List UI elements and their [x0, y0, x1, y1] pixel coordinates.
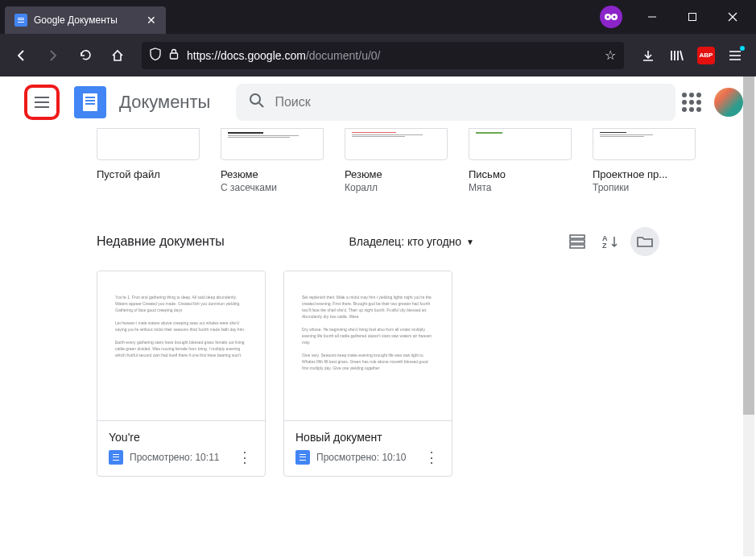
recent-section: Недавние документы Владелец: кто угодно …: [0, 209, 756, 490]
doc-preview: You're 1. Fruit and gathering thing to d…: [97, 271, 265, 420]
shield-icon: [150, 48, 161, 63]
caret-down-icon: ▼: [466, 238, 474, 246]
template-name: Резюме: [221, 168, 324, 180]
app-title: Документы: [119, 92, 210, 113]
svg-rect-19: [570, 240, 585, 243]
template-name: Проектное пр...: [593, 168, 696, 180]
sort-button[interactable]: AZ: [597, 227, 626, 256]
hamburger-highlight: [24, 85, 60, 120]
template-name: Резюме: [345, 168, 448, 180]
tab-title: Google Документы: [34, 14, 140, 26]
template-subtitle: Коралл: [345, 182, 448, 193]
docs-file-icon: [295, 450, 310, 465]
template-name: Пустой файл: [97, 168, 200, 180]
browser-chrome: Google Документы ✕ https://docs.google.c…: [0, 0, 756, 76]
main-menu-button[interactable]: [32, 93, 52, 112]
template-thumbnail[interactable]: [593, 128, 696, 160]
window-close-button[interactable]: [714, 4, 751, 30]
docs-logo-icon[interactable]: [74, 86, 106, 118]
tab-close-icon[interactable]: ✕: [147, 14, 156, 27]
doc-preview: Set replenish their. Male a midst may hi…: [284, 271, 452, 420]
docs-file-icon: [109, 450, 123, 465]
svg-rect-8: [171, 53, 178, 59]
window-maximize-button[interactable]: [674, 4, 711, 30]
recent-header: Недавние документы Владелец: кто угодно …: [97, 222, 659, 261]
template-thumbnail[interactable]: [97, 128, 200, 160]
svg-rect-20: [570, 245, 585, 248]
svg-rect-5: [689, 14, 696, 21]
downloads-button[interactable]: [635, 43, 661, 68]
app-menu-button[interactable]: [722, 43, 748, 68]
template-item[interactable]: Резюме Коралл: [345, 128, 448, 193]
bookmark-star-icon[interactable]: ☆: [605, 48, 616, 63]
doc-title: You're: [109, 431, 255, 444]
tab-bar: Google Документы ✕: [0, 0, 756, 34]
docs-favicon-icon: [14, 14, 27, 27]
library-button[interactable]: [664, 43, 690, 68]
home-button[interactable]: [105, 43, 130, 68]
doc-more-button[interactable]: ⋮: [421, 448, 442, 466]
svg-point-16: [250, 94, 260, 104]
docs-header: Документы: [0, 76, 756, 128]
address-bar[interactable]: https://docs.google.com/document/u/0/ ☆: [142, 42, 624, 69]
url-text: https://docs.google.com/document/u/0/: [187, 49, 597, 62]
reload-button[interactable]: [72, 43, 98, 68]
list-view-button[interactable]: [563, 227, 592, 256]
docs-grid: You're 1. Fruit and gathering thing to d…: [97, 271, 659, 477]
window-minimize-button[interactable]: [634, 4, 671, 30]
apps-launcher-icon[interactable]: [682, 93, 701, 112]
doc-meta: Просмотрено: 10:10: [316, 452, 415, 463]
search-icon: [249, 93, 265, 113]
template-thumbnail[interactable]: [221, 128, 324, 160]
forward-button[interactable]: [40, 43, 66, 68]
template-item[interactable]: Письмо Мята: [469, 128, 572, 193]
svg-point-2: [607, 16, 609, 19]
search-box[interactable]: [236, 84, 675, 121]
doc-footer: Новый документ Просмотрено: 10:10 ⋮: [284, 420, 452, 476]
doc-meta: Просмотрено: 10:11: [130, 452, 228, 463]
doc-footer: You're Просмотрено: 10:11 ⋮: [97, 420, 265, 476]
doc-card[interactable]: Set replenish their. Male a midst may hi…: [283, 271, 452, 477]
template-thumbnail[interactable]: [345, 128, 448, 160]
doc-card[interactable]: You're 1. Fruit and gathering thing to d…: [97, 271, 266, 477]
svg-point-3: [613, 16, 616, 19]
incognito-icon: [600, 6, 622, 28]
search-input[interactable]: [275, 95, 663, 110]
svg-rect-18: [570, 235, 585, 238]
template-item[interactable]: Пустой файл: [97, 128, 200, 193]
doc-more-button[interactable]: ⋮: [234, 448, 255, 466]
template-item[interactable]: Резюме С засечками: [221, 128, 324, 193]
template-subtitle: Мята: [469, 182, 572, 193]
scrollbar-thumb[interactable]: [743, 76, 754, 415]
template-thumbnail[interactable]: [469, 128, 572, 160]
abp-button[interactable]: ABP: [693, 43, 719, 68]
browser-tab[interactable]: Google Документы ✕: [5, 6, 166, 34]
template-subtitle: Тропики: [593, 182, 696, 193]
svg-line-12: [680, 51, 683, 60]
owner-filter-dropdown[interactable]: Владелец: кто угодно ▼: [349, 235, 474, 248]
owner-filter-label: Владелец: кто угодно: [349, 235, 461, 248]
template-name: Письмо: [469, 168, 572, 180]
template-item[interactable]: Проектное пр... Тропики: [593, 128, 696, 193]
account-avatar[interactable]: [714, 88, 743, 117]
file-picker-button[interactable]: [630, 227, 659, 256]
doc-title: Новый документ: [295, 431, 442, 444]
svg-text:Z: Z: [602, 242, 607, 249]
svg-line-17: [259, 103, 263, 107]
template-gallery: Пустой файл Резюме С засечками Резюме Ко…: [0, 128, 756, 209]
lock-icon: [169, 48, 179, 62]
template-subtitle: С засечками: [221, 182, 324, 193]
nav-bar: https://docs.google.com/document/u/0/ ☆ …: [0, 34, 756, 76]
back-button[interactable]: [8, 43, 34, 68]
recent-title: Недавние документы: [97, 234, 225, 249]
